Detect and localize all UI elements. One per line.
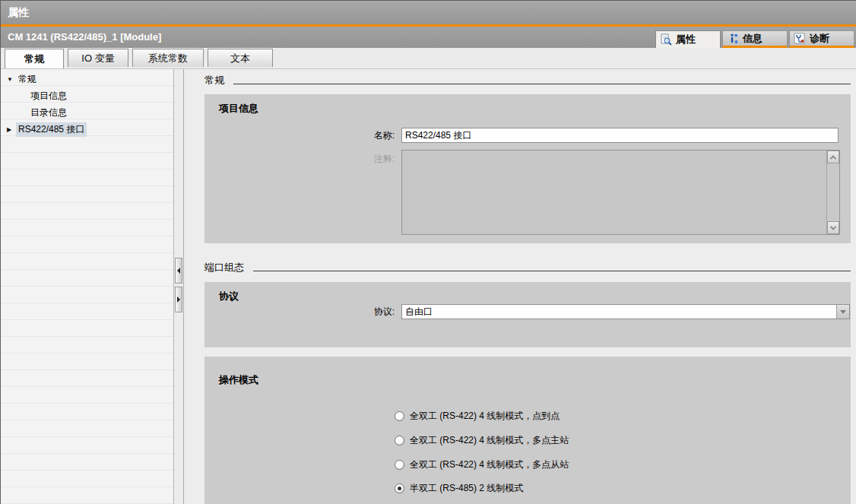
collapse-left-button[interactable] — [175, 258, 182, 284]
project-info-group: 项目信息 名称: 注释: — [204, 94, 851, 243]
name-input[interactable] — [401, 128, 839, 143]
tab-general[interactable]: 常规 — [5, 49, 64, 68]
chevron-down-scroll-icon — [830, 223, 836, 230]
section-heading-port-config: 端口组态 — [204, 261, 851, 274]
operating-mode-group: 操作模式 全双工 (RS-422) 4 线制模式，点到点 全双工 (RS-422… — [204, 357, 851, 504]
dropdown-arrow-icon — [840, 310, 846, 314]
tab-diagnostics-label: 诊断 — [810, 32, 829, 46]
radio-full-duplex-multipoint-slave[interactable]: 全双工 (RS-422) 4 线制模式，多点从站 — [395, 458, 569, 471]
tab-diagnostics[interactable]: 诊断 — [789, 30, 854, 48]
section-heading-general: 常规 — [204, 74, 851, 87]
arrow-left-icon — [177, 268, 180, 274]
chevron-down-icon[interactable]: ▼ — [7, 76, 16, 83]
radio-half-duplex-2-wire[interactable]: 半双工 (RS-485) 2 线制模式 — [395, 482, 523, 494]
tab-info[interactable]: 信息 — [722, 30, 788, 48]
tab-info-label: 信息 — [743, 32, 762, 46]
radio-button-icon[interactable] — [395, 436, 404, 445]
module-header: CM 1241 (RS422/485)_1 [Module] 属性 — [1, 27, 856, 48]
protocol-select[interactable]: 自由口 — [401, 304, 850, 319]
tree-item-general[interactable]: ▼ 常规 — [1, 71, 173, 87]
scrollbar-track[interactable] — [827, 163, 839, 221]
info-icon — [727, 33, 739, 45]
protocol-group: 协议 协议: 自由口 — [204, 282, 851, 347]
tab-system-constants[interactable]: 系统常数 — [132, 49, 204, 67]
protocol-selected-value: 自由口 — [405, 306, 433, 319]
operating-mode-title: 操作模式 — [219, 373, 258, 387]
comment-textarea[interactable] — [401, 150, 840, 235]
tab-properties-label: 属性 — [676, 33, 696, 46]
heading-rule — [233, 77, 851, 84]
category-tabstrip: 常规 IO 变量 系统常数 文本 — [1, 48, 856, 69]
name-label: 名称: — [288, 128, 395, 143]
tab-texts[interactable]: 文本 — [208, 49, 273, 67]
chevron-right-icon[interactable]: ▶ — [7, 126, 16, 133]
chevron-up-icon — [830, 155, 836, 161]
radio-button-icon[interactable] — [395, 411, 404, 421]
window-title: 属性 — [8, 6, 29, 18]
tab-properties[interactable]: 属性 — [655, 30, 721, 48]
scroll-up-button[interactable] — [827, 151, 839, 163]
tree-item-rs422-485-interface[interactable]: ▶ RS422/485 接口 — [1, 121, 173, 138]
pane-splitter[interactable] — [174, 69, 184, 504]
module-title: CM 1241 (RS422/485)_1 [Module] — [8, 31, 161, 43]
protocol-label: 协议: — [288, 304, 395, 319]
comment-label: 注释: — [288, 151, 395, 166]
comment-scrollbar[interactable] — [826, 151, 839, 234]
radio-button-icon[interactable] — [395, 460, 404, 470]
window-titlebar: 属性 — [1, 1, 856, 24]
properties-icon — [660, 33, 672, 46]
arrow-right-icon — [177, 296, 180, 303]
content-area: ▼ 常规 项目信息 目录信息 ▶ RS422/485 接口 — [1, 69, 856, 504]
collapse-right-button[interactable] — [175, 287, 182, 312]
tab-io-tags[interactable]: IO 变量 — [68, 49, 128, 67]
protocol-title: 协议 — [219, 290, 239, 303]
inspector-tabs: 属性 信息 — [655, 30, 854, 48]
settings-panel: 常规 项目信息 名称: 注释: — [184, 69, 856, 504]
diagnostics-icon — [794, 33, 806, 45]
radio-full-duplex-point-to-point[interactable]: 全双工 (RS-422) 4 线制模式，点到点 — [395, 410, 560, 422]
radio-full-duplex-multipoint-master[interactable]: 全双工 (RS-422) 4 线制模式，多点主站 — [395, 434, 569, 446]
tree-item-project-info[interactable]: 项目信息 — [1, 87, 173, 104]
radio-button-selected-icon[interactable] — [395, 483, 404, 493]
dropdown-button[interactable] — [836, 305, 849, 319]
project-info-title: 项目信息 — [219, 102, 258, 116]
scroll-down-button[interactable] — [827, 221, 839, 234]
nav-tree: ▼ 常规 项目信息 目录信息 ▶ RS422/485 接口 — [1, 69, 174, 504]
selected-tree-label: RS422/485 接口 — [16, 122, 87, 137]
tree-item-catalog-info[interactable]: 目录信息 — [1, 104, 173, 121]
properties-window: 属性 CM 1241 (RS422/485)_1 [Module] 属性 — [0, 0, 856, 504]
heading-rule — [253, 264, 851, 271]
